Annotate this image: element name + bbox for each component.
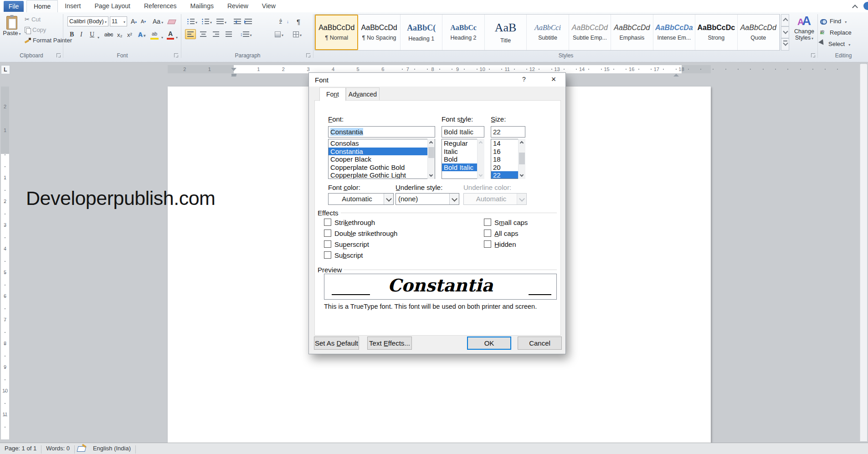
tab-font[interactable]: Fon̲t [319, 87, 346, 101]
underline-dropdown-icon[interactable] [97, 32, 99, 41]
styles-dialog-launcher-icon[interactable] [811, 53, 815, 57]
spell-check-icon[interactable] [77, 446, 86, 452]
scrollbar-thumb[interactable] [428, 147, 434, 158]
scrollbar-thumb[interactable] [519, 153, 525, 164]
grow-font-button[interactable]: A▴ [129, 16, 138, 26]
ribbon-tab[interactable]: Page Layout [87, 0, 137, 12]
word-count[interactable]: Words: 0 [41, 443, 74, 454]
underline-button[interactable]: U [88, 30, 96, 40]
style-item[interactable]: AaBbCcDd Emphasis [611, 15, 653, 50]
effect-checkbox-row[interactable]: Doubl̲e strikethrough [324, 230, 397, 237]
size-list-scrollbar[interactable] [518, 139, 525, 179]
ribbon-tab[interactable]: Home [26, 0, 58, 12]
gallery-expand-icon[interactable] [781, 38, 789, 51]
style-item[interactable]: AaBbCci Subtitle [527, 15, 569, 50]
paragraph-dialog-launcher-icon[interactable] [306, 53, 310, 57]
font-color-dropdown-icon[interactable] [175, 32, 178, 41]
multilevel-list-button[interactable] [215, 16, 228, 26]
subscript-button[interactable]: x₂ [116, 30, 124, 40]
page-count[interactable]: Page: 1 of 1 [0, 443, 41, 454]
text-effects-button[interactable]: Text E̲ffects... [367, 337, 412, 350]
font-name-dropdown-icon[interactable] [104, 18, 107, 25]
dialog-help-icon[interactable]: ? [522, 76, 526, 83]
font-name-input[interactable]: Constantia [328, 126, 435, 138]
replace-button[interactable]: abacReplace [820, 27, 868, 37]
ribbon-tab[interactable]: References [137, 0, 184, 12]
effect-checkbox-row[interactable]: Sm̲all caps [484, 219, 528, 226]
highlight-dropdown-icon[interactable] [160, 32, 163, 41]
copy-button[interactable]: Copy [25, 26, 46, 33]
dialog-title-bar[interactable]: Font [309, 73, 565, 87]
style-item[interactable]: AaB Title [485, 15, 527, 50]
style-item[interactable]: AaBbCc Heading 2 [442, 15, 484, 50]
chevron-down-icon[interactable] [384, 194, 393, 204]
gallery-scroll-down-icon[interactable] [781, 26, 789, 39]
style-item[interactable]: AaBbCcDd ¶ Normal [315, 15, 358, 50]
checkbox[interactable] [484, 230, 491, 237]
scroll-down-icon[interactable] [520, 173, 524, 177]
gallery-scroll-up-icon[interactable] [781, 14, 789, 26]
numbering-button[interactable] [200, 16, 213, 26]
font-list-item[interactable]: Copperplate Gothic Light [329, 171, 435, 179]
font-list-item[interactable]: Copperplate Gothic Bold [329, 163, 435, 172]
style-item[interactable]: AaBbC( Heading 1 [401, 15, 442, 50]
style-item[interactable]: AaBbCcDd Quote [738, 15, 780, 50]
scroll-up-icon[interactable] [520, 141, 524, 145]
font-style-input[interactable]: Bold Italic [442, 126, 484, 138]
underline-style-dropdown[interactable]: (none) [395, 193, 459, 205]
bold-button[interactable]: B [68, 30, 75, 40]
font-size-dropdown-icon[interactable] [123, 18, 125, 25]
style-list-scrollbar[interactable] [477, 139, 484, 179]
borders-button[interactable] [292, 29, 303, 39]
effect-checkbox-row[interactable]: A̲ll caps [484, 230, 528, 237]
clipboard-dialog-launcher-icon[interactable] [56, 53, 61, 57]
select-button[interactable]: Select [820, 39, 868, 49]
cut-button[interactable]: ✂Cut [25, 16, 41, 23]
file-tab[interactable]: File [4, 1, 24, 12]
dialog-close-icon[interactable]: × [546, 73, 561, 85]
font-color-dropdown[interactable]: Automatic [328, 193, 394, 205]
align-center-button[interactable] [198, 29, 209, 39]
paste-dropdown-icon[interactable] [18, 30, 21, 36]
language-indicator[interactable]: English (India) [88, 443, 135, 454]
font-size-combo[interactable]: 11 [110, 16, 127, 26]
cancel-button[interactable]: Cancel [518, 337, 562, 350]
superscript-button[interactable]: x² [126, 30, 134, 40]
align-right-button[interactable] [211, 29, 221, 39]
collapse-ribbon-icon[interactable] [853, 5, 858, 9]
text-effects-button[interactable]: A [137, 30, 147, 40]
scroll-up-icon[interactable] [429, 141, 433, 145]
chevron-down-icon[interactable] [449, 194, 459, 204]
tab-advanced[interactable]: Adv̲anced [346, 87, 380, 101]
align-left-button[interactable] [185, 29, 196, 39]
style-item[interactable]: AaBbCcDd Subtle Emp... [569, 15, 611, 50]
font-color-button[interactable]: A [167, 30, 174, 40]
style-item[interactable]: AaBbCcDd ¶ No Spacing [358, 15, 400, 50]
set-as-default-button[interactable]: Set As D̲efault [314, 337, 359, 350]
effect-checkbox-row[interactable]: Sup̲erscript [324, 240, 397, 248]
clear-formatting-button[interactable] [167, 15, 177, 26]
shading-button[interactable] [273, 29, 285, 39]
increase-indent-button[interactable] [243, 16, 253, 26]
font-dialog-launcher-icon[interactable] [174, 53, 178, 57]
style-item[interactable]: AaBbCcDc Strong [695, 15, 737, 50]
left-indent-marker[interactable] [231, 74, 236, 76]
effect-checkbox-row[interactable]: Sub̲script [324, 251, 397, 259]
tab-selector[interactable]: L [1, 65, 10, 74]
effect-checkbox-row[interactable]: Strik̲ethrough [324, 219, 397, 226]
size-input[interactable]: 22 [491, 126, 525, 138]
ribbon-tab[interactable]: Insert [58, 0, 87, 12]
checkbox[interactable] [484, 240, 491, 248]
checkbox[interactable] [324, 230, 331, 237]
vertical-scrollbar[interactable] [860, 64, 867, 441]
help-icon[interactable] [863, 2, 868, 10]
sort-button[interactable]: AZ↓ [278, 16, 290, 26]
font-list-scrollbar[interactable] [427, 139, 435, 179]
shrink-font-button[interactable]: A▾ [139, 16, 147, 26]
checkbox[interactable] [324, 219, 331, 226]
ribbon-tab[interactable]: Mailings [184, 0, 221, 12]
style-item[interactable]: AaBbCcDa Intense Em... [653, 15, 695, 50]
show-formatting-button[interactable]: ¶ [295, 16, 302, 26]
scroll-down-icon[interactable] [429, 173, 433, 177]
ok-button[interactable]: OK [467, 337, 511, 350]
